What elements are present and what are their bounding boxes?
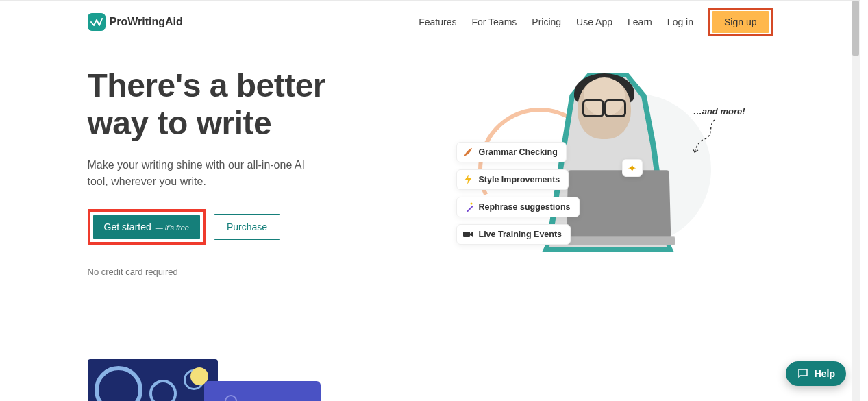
art-stack (88, 359, 321, 401)
laptop-illustration (566, 170, 671, 238)
svg-rect-0 (466, 206, 473, 212)
and-more-text: …and more! (693, 106, 745, 117)
feature-pills: Grammar Checking Style Improvements Reph… (456, 142, 580, 245)
hero-subtitle: Make your writing shine with our all-in-… (88, 157, 321, 190)
hero-left: There's a better way to write Make your … (88, 66, 375, 277)
nav-pricing[interactable]: Pricing (532, 16, 561, 27)
no-credit-card-text: No credit card required (88, 267, 375, 277)
signup-button[interactable]: Sign up (712, 11, 769, 33)
get-started-label: Get started (104, 221, 151, 232)
wand-icon (462, 202, 473, 212)
nav-links: Features For Teams Pricing Use App Learn… (419, 8, 772, 36)
pill-training-label: Live Training Events (479, 230, 562, 239)
section-two: Do you feel like your writing lets you d… (88, 359, 773, 401)
get-started-highlight: Get started — it's free (88, 209, 206, 245)
purchase-button[interactable]: Purchase (214, 214, 280, 240)
pill-training: Live Training Events (456, 224, 571, 245)
nav-features[interactable]: Features (419, 16, 456, 27)
sparkle-icon: ✦ (622, 159, 643, 177)
nav-learn[interactable]: Learn (628, 16, 652, 27)
help-label: Help (815, 368, 835, 379)
brand-logo[interactable]: ProWritingAid (88, 13, 183, 31)
purple-card-image (204, 381, 321, 401)
hero-title: There's a better way to write (88, 66, 375, 142)
get-started-sub: — it's free (156, 223, 189, 232)
quill-icon (462, 147, 473, 158)
pill-rephrase-label: Rephrase suggestions (479, 202, 571, 212)
help-widget[interactable]: Help (786, 361, 846, 386)
hero-section: There's a better way to write Make your … (88, 66, 773, 277)
cta-row: Get started — it's free Purchase (88, 209, 375, 245)
scrollbar-thumb[interactable] (852, 1, 859, 56)
pill-grammar: Grammar Checking (456, 142, 567, 162)
nav-log-in[interactable]: Log in (667, 16, 693, 27)
get-started-button[interactable]: Get started — it's free (93, 215, 200, 239)
pill-style: Style Improvements (456, 169, 569, 190)
top-nav: ProWritingAid Features For Teams Pricing… (88, 1, 773, 38)
pill-rephrase: Rephrase suggestions (456, 197, 580, 217)
signup-highlight: Sign up (708, 8, 772, 36)
hero-title-line2: way to write (88, 105, 272, 141)
scrollbar-track[interactable] (852, 1, 860, 401)
nav-use-app[interactable]: Use App (576, 16, 612, 27)
pill-style-label: Style Improvements (479, 175, 560, 184)
squiggle-arrow-icon (691, 119, 718, 153)
chat-icon (797, 367, 809, 380)
bolt-icon (462, 174, 473, 185)
starry-night-image (88, 359, 218, 401)
brand-name: ProWritingAid (110, 16, 183, 28)
svg-point-1 (470, 203, 472, 205)
hero-illustration: ✦ …and more! Grammar Checking Style Impr… (417, 66, 773, 277)
hero-title-line1: There's a better (88, 67, 326, 104)
pill-grammar-label: Grammar Checking (479, 147, 558, 157)
svg-rect-2 (463, 232, 470, 237)
nav-for-teams[interactable]: For Teams (471, 16, 517, 27)
camera-icon (462, 229, 473, 240)
logo-mark-icon (88, 13, 106, 31)
